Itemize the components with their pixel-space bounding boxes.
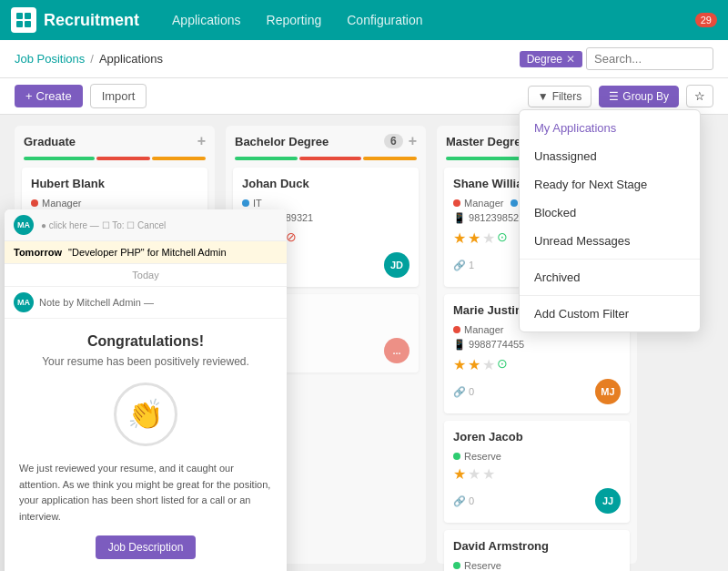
card-name: Hubert Blank xyxy=(31,177,198,190)
nav-applications[interactable]: Applications xyxy=(161,7,252,33)
card-joren-jacob[interactable]: Joren Jacob Reserve ★ ★ ★ 🔗 0 JJ xyxy=(444,421,630,523)
tag-dot xyxy=(31,199,38,207)
search-input[interactable] xyxy=(586,47,713,70)
card-stars: ★ ★ ★ xyxy=(453,465,621,483)
tag-dot xyxy=(453,326,460,333)
breadcrumb-separator: / xyxy=(90,52,94,66)
dropdown-item-blocked[interactable]: Blocked xyxy=(520,199,700,227)
email-note-bar: MA Note by Mitchell Admin — xyxy=(5,287,287,319)
logo-icon xyxy=(11,7,36,33)
dropdown-item-ready[interactable]: Ready for Next Stage xyxy=(520,170,700,199)
tag-dot xyxy=(453,453,460,460)
today-label: Today xyxy=(5,264,287,287)
svg-rect-2 xyxy=(16,21,23,27)
card-david-armstrong[interactable]: David Armstrong Reserve ★ ★ ★ 🔗 0 DA xyxy=(444,530,630,571)
col-add-graduate[interactable]: + xyxy=(197,133,206,149)
import-button[interactable]: Import xyxy=(90,84,147,108)
col-progress-bachelor xyxy=(235,157,417,160)
card-clock-icon: ⊙ xyxy=(497,229,508,247)
star-2: ★ xyxy=(468,465,480,483)
card-phone: 📱 9988774455 xyxy=(453,339,621,351)
star-2: ★ xyxy=(468,356,480,373)
tag-dot xyxy=(453,562,460,569)
breadcrumb-current: Applications xyxy=(99,52,163,66)
card-clip-count: 🔗 0 xyxy=(453,386,474,398)
search-area: Degree ✕ xyxy=(520,47,713,70)
email-sender-avatar: MA xyxy=(14,215,34,235)
card-tag: Reserve xyxy=(453,451,501,462)
tag-dot-2 xyxy=(511,199,518,207)
search-tag-degree[interactable]: Degree ✕ xyxy=(520,51,582,67)
card-clock-icon: ⊙ xyxy=(497,356,508,373)
groupby-icon: ☰ xyxy=(609,90,619,103)
star-2: ★ xyxy=(468,229,480,247)
top-navigation: Recruitment Applications Reporting Confi… xyxy=(0,0,728,40)
create-button[interactable]: + Create xyxy=(15,85,83,107)
card-footer: 🔗 0 JJ xyxy=(453,488,621,514)
email-body: Congratulations! Your resume has been po… xyxy=(5,319,287,571)
col-add-bachelor[interactable]: + xyxy=(409,133,417,149)
dropdown-divider xyxy=(520,259,700,260)
star-3: ★ xyxy=(482,465,495,483)
card-name: Johan Duck xyxy=(242,177,410,190)
card-avatar: MJ xyxy=(595,379,621,404)
dropdown-divider-2 xyxy=(520,295,700,296)
breadcrumb: Job Positions / Applications xyxy=(15,52,163,66)
app-logo[interactable]: Recruitment xyxy=(11,7,139,33)
card-tag: Manager xyxy=(31,198,81,209)
tag-dot xyxy=(453,199,460,207)
email-subtitle: Your resume has been positively reviewed… xyxy=(19,355,272,368)
create-plus-icon: + xyxy=(25,89,33,103)
page-header: Job Positions / Applications Degree ✕ xyxy=(0,40,728,78)
favorites-button[interactable]: ☆ xyxy=(686,85,713,107)
tomorrow-label: Tomorrow xyxy=(14,247,62,258)
star-1: ★ xyxy=(453,229,466,247)
svg-rect-1 xyxy=(25,13,31,19)
note-label: Note by Mitchell Admin — xyxy=(39,297,154,308)
card-clip-count: 🔗 0 xyxy=(453,495,474,507)
dropdown-item-my-applications[interactable]: My Applications xyxy=(520,114,700,142)
card-name: David Armstrong xyxy=(453,539,621,553)
search-tag-label: Degree xyxy=(527,53,562,66)
email-tomorrow-section: Tomorrow "Developer PHP" for Mitchell Ad… xyxy=(5,241,287,264)
star-1: ★ xyxy=(453,465,466,483)
job-description-button[interactable]: Job Description xyxy=(96,535,197,559)
svg-rect-3 xyxy=(25,21,31,27)
groupby-dropdown: My Applications Unassigned Ready for Nex… xyxy=(519,109,701,332)
nav-configuration[interactable]: Configuration xyxy=(336,7,433,33)
dropdown-item-custom-filter[interactable]: Add Custom Filter xyxy=(520,300,700,328)
star-3: ★ xyxy=(482,356,495,373)
star-1: ★ xyxy=(453,356,466,373)
card-name: Joren Jacob xyxy=(453,430,621,444)
app-title: Recruitment xyxy=(44,11,139,30)
card-tag: Manager xyxy=(453,324,503,335)
card-avatar: JD xyxy=(384,252,410,278)
card-clock-icon: ⊘ xyxy=(286,229,297,247)
groupby-button[interactable]: ☰ Group By xyxy=(599,86,679,107)
email-congrats-icon: 👏 xyxy=(114,382,177,446)
col-progress-graduate xyxy=(24,157,206,160)
breadcrumb-parent[interactable]: Job Positions xyxy=(15,52,85,66)
search-tag-remove[interactable]: ✕ xyxy=(566,53,575,66)
card-clip-count: 🔗 1 xyxy=(453,260,474,271)
col-header-graduate: Graduate + xyxy=(15,126,215,157)
card-footer: 🔗 0 MJ xyxy=(453,379,621,404)
card-tag: IT xyxy=(242,198,262,209)
email-title: Congratulations! xyxy=(19,333,272,350)
tag-dot xyxy=(242,199,249,207)
dropdown-item-unassigned[interactable]: Unassigned xyxy=(520,142,700,170)
nav-reporting[interactable]: Reporting xyxy=(256,7,333,33)
col-count-bachelor: 6 xyxy=(384,134,403,148)
nav-links: Applications Reporting Configuration xyxy=(161,7,692,33)
nav-right: 29 xyxy=(692,13,717,27)
email-header-bar: MA ● click here — ☐ To: ☐ Cancel xyxy=(5,209,287,241)
card-avatar: ... xyxy=(384,338,410,363)
filters-button[interactable]: ▼ Filters xyxy=(528,86,592,107)
star-3: ★ xyxy=(482,229,495,247)
col-header-bachelor: Bachelor Degree 6 + xyxy=(226,126,426,157)
tomorrow-text: "Developer PHP" for Mitchell Admin xyxy=(68,247,227,258)
dropdown-item-archived[interactable]: Archived xyxy=(520,263,700,291)
card-tag: Reserve xyxy=(453,560,501,571)
email-body-text: We just reviewed your resume, and it cau… xyxy=(19,461,272,525)
dropdown-item-unread-messages[interactable]: Unread Messages xyxy=(520,227,700,255)
